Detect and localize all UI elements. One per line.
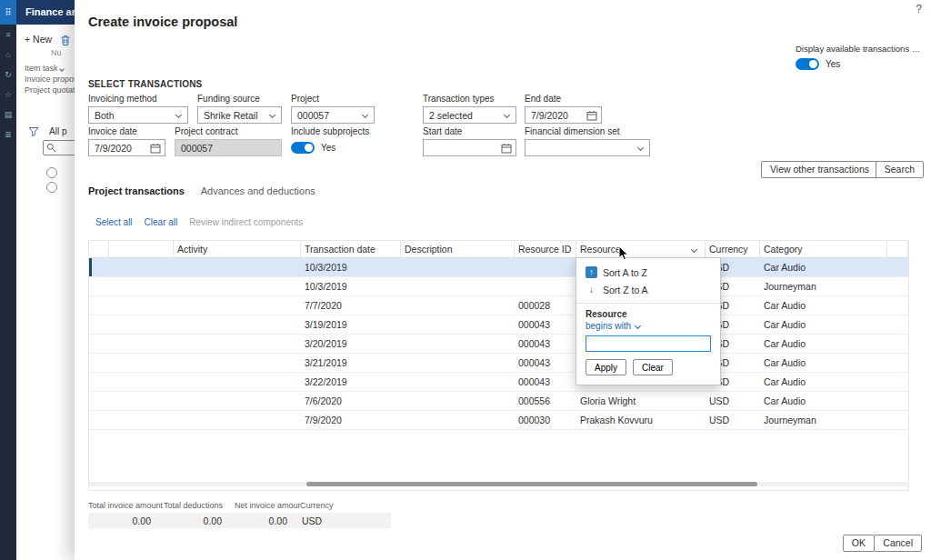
horizontal-scrollbar-thumb[interactable] — [306, 482, 757, 486]
field-end-date: End date 7/9/2020 — [525, 94, 602, 124]
sidebar-item-invoice-proposals[interactable]: Invoice proposa — [25, 75, 83, 84]
view-selector-label[interactable]: All p — [49, 126, 66, 136]
search-button[interactable]: Search — [876, 161, 924, 178]
sort-ascending-option[interactable]: ↑ Sort A to Z — [576, 264, 720, 281]
clear-filter-button[interactable]: Clear — [633, 359, 673, 375]
cell-blank — [109, 392, 174, 410]
cancel-button[interactable]: Cancel — [874, 535, 922, 552]
table-row[interactable]: 10/3/2019USDCar Audio — [89, 258, 908, 277]
table-row[interactable]: 3/20/2019000043USDCar Audio — [89, 335, 908, 354]
auto-display-toggle[interactable] — [796, 58, 819, 70]
view-other-transactions-button[interactable]: View other transactions — [761, 161, 878, 178]
help-icon[interactable]: ? — [916, 3, 922, 15]
column-header-resource-id[interactable]: Resource ID — [515, 241, 576, 257]
column-header-resource[interactable]: Resource — [576, 241, 706, 257]
table-row[interactable]: 3/19/2019000043USDCar Audio — [89, 315, 908, 335]
invoicing-method-select[interactable]: Both — [88, 106, 188, 124]
toggle-knob — [809, 60, 817, 68]
cell-currency: USD — [706, 411, 760, 429]
filter-value-input[interactable] — [586, 335, 711, 352]
cell-category: Car Audio — [760, 392, 887, 410]
resource-filter-dropdown: ↑ Sort A to Z ↓ Sort Z to A Resource beg… — [576, 257, 721, 385]
home-icon[interactable]: ⌂ — [0, 45, 16, 65]
start-date-input[interactable] — [423, 139, 516, 156]
filter-field-label: Resource — [576, 309, 720, 319]
modules-icon[interactable]: ≣ — [0, 125, 16, 145]
workspaces-icon[interactable]: ▤ — [0, 105, 16, 125]
column-header-description[interactable]: Description — [401, 241, 515, 257]
sort-descending-option[interactable]: ↓ Sort Z to A — [576, 281, 720, 298]
table-row[interactable]: 3/21/2019000043USDCar Audio — [89, 354, 908, 373]
field-label: End date — [525, 94, 602, 105]
funding-source-select[interactable]: Shrike Retail — [197, 106, 282, 124]
delete-icon[interactable] — [60, 35, 71, 48]
operator-value: begins with — [586, 321, 631, 331]
cell-activity — [174, 296, 301, 315]
field-funding-source: Funding source Shrike Retail — [197, 94, 282, 124]
column-header-category[interactable]: Category — [760, 241, 887, 257]
cell-currency: USD — [706, 392, 760, 410]
auto-display-value: Yes — [826, 59, 840, 69]
financial-dimension-set-select[interactable] — [525, 139, 650, 156]
project-select[interactable]: 000057 — [291, 106, 375, 124]
cell-description — [401, 258, 515, 276]
invoice-date-input[interactable]: 7/9/2020 — [88, 139, 165, 156]
field-label: Transaction types — [423, 94, 516, 105]
transaction-types-select[interactable]: 2 selected — [423, 106, 516, 124]
favorites-icon[interactable]: ☆ — [0, 85, 16, 105]
table-row[interactable]: 7/6/2020000556Gloria WrightUSDCar Audio — [89, 392, 908, 411]
select-all-link[interactable]: Select all — [95, 217, 133, 227]
field-value: Shrike Retail — [204, 110, 258, 121]
cell-resource_id: 000028 — [515, 296, 576, 315]
chevron-down-icon — [362, 112, 368, 118]
calendar-icon[interactable] — [586, 110, 597, 123]
tab-project-transactions[interactable]: Project transactions — [88, 185, 185, 199]
table-row[interactable]: 3/22/2019000043USDCar Audio — [89, 373, 908, 392]
sidebar-item-item-task[interactable]: Item task — [25, 64, 64, 73]
column-header-transaction-date[interactable]: Transaction date — [301, 241, 401, 257]
chevron-down-icon — [175, 112, 182, 118]
clear-all-link[interactable]: Clear all — [145, 217, 178, 227]
filter-icon[interactable] — [28, 126, 39, 139]
cell-category: Car Audio — [760, 258, 887, 276]
table-row[interactable]: 7/7/2020000028USDCar Audio — [89, 296, 908, 315]
filter-buttons: Apply Clear — [586, 359, 720, 375]
cell-description — [401, 315, 515, 334]
calendar-icon[interactable] — [501, 143, 512, 155]
waffle-menu-icon[interactable]: ⠿ — [0, 0, 16, 25]
record-select-circle[interactable] — [46, 182, 57, 193]
apply-filter-button[interactable]: Apply — [586, 359, 626, 375]
include-subprojects-toggle[interactable] — [291, 142, 315, 154]
filter-operator-link[interactable]: begins with — [576, 321, 720, 331]
chevron-down-icon — [635, 323, 641, 329]
table-row[interactable]: 10/3/2019USDJourneyman — [89, 277, 908, 296]
ok-button[interactable]: OK — [843, 535, 875, 552]
cell-date: 3/19/2019 — [301, 315, 401, 334]
cell-extra — [887, 373, 908, 391]
chevron-down-icon — [269, 112, 275, 118]
toggle-knob — [305, 144, 313, 152]
table-row[interactable]: 7/9/2020000030Prakash KovvuruUSDJourneym… — [89, 411, 908, 430]
sort-ascending-icon: ↑ — [586, 266, 597, 278]
new-button[interactable]: + New — [25, 34, 52, 45]
cell-activity — [174, 315, 301, 334]
tab-advances-and-deductions[interactable]: Advances and deductions — [201, 185, 315, 199]
record-select-circle[interactable] — [46, 167, 57, 178]
cell-description — [401, 277, 515, 295]
end-date-input[interactable]: 7/9/2020 — [525, 106, 602, 124]
cell-blank — [109, 411, 174, 429]
column-header-currency[interactable]: Currency — [706, 241, 760, 257]
cell-blank — [109, 315, 174, 334]
column-header-blank — [89, 241, 109, 257]
sidebar-item-project-quotations[interactable]: Project quotatio — [25, 85, 82, 95]
field-include-subprojects: Include subprojects Yes — [291, 126, 391, 154]
cell-extra — [887, 277, 908, 295]
chevron-down-icon — [691, 246, 697, 253]
calendar-icon[interactable] — [150, 143, 161, 155]
hamburger-icon[interactable]: ≡ — [0, 25, 16, 45]
cell-activity — [174, 354, 301, 372]
column-header-activity[interactable]: Activity — [174, 241, 301, 257]
page-title: Create invoice proposal — [88, 15, 237, 29]
recent-icon[interactable]: ↻ — [0, 65, 16, 85]
total-label: Net invoice amount — [235, 501, 300, 510]
